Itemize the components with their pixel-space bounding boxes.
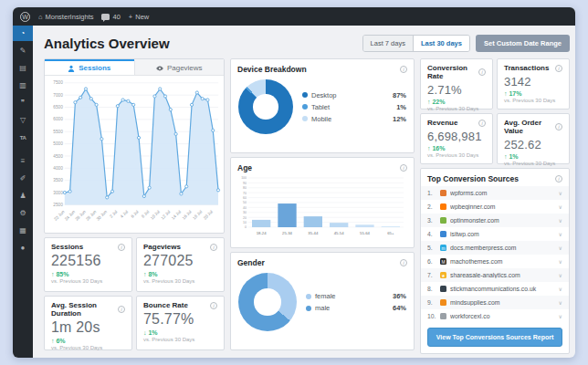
chevron-down-icon[interactable]: ∨ [559,286,562,292]
site-name-menu[interactable]: ⌂ MonsterInsights [38,13,93,21]
svg-text:18 Jul: 18 Jul [192,209,203,220]
metric-change: ↑ 16% [427,145,486,151]
metric-compare-label: vs. Previous 30 Days [427,106,486,111]
tab-pageviews-label: Pageviews [167,64,203,72]
source-row[interactable]: 2.wpbeginner.com∨ [421,200,569,214]
svg-text:3000: 3000 [53,191,63,195]
sidebar-item-comments[interactable]: ❞ [13,95,33,110]
last-7-days-button[interactable]: Last 7 days [363,36,414,51]
info-icon[interactable]: i [118,244,125,251]
svg-text:6 Jul: 6 Jul [130,209,139,218]
source-row[interactable]: 10.workforcexl.co∨ [421,309,569,323]
sessions-line-chart: 2500300035004000450050005500600065007000… [45,76,224,233]
metric-value: 2.71% [427,83,486,97]
site-name-label: MonsterInsights [46,13,94,21]
sidebar-item-dashboard[interactable]: ◔ [13,26,33,41]
chevron-down-icon[interactable]: ∨ [559,231,562,237]
metric-compare-label: vs. Previous 30 Days [143,337,217,342]
sidebar-item-plugins[interactable]: ≡ [13,153,33,169]
info-icon[interactable]: i [210,244,217,251]
source-row[interactable]: 8.stickmancommunications.co.uk∨ [421,282,569,296]
metric-label: Avg. Session Duration [51,301,118,318]
info-icon[interactable]: i [400,164,407,172]
chevron-down-icon[interactable]: ∨ [559,245,562,251]
set-custom-date-range-button[interactable]: Set Custom Date Range [476,35,570,52]
info-icon[interactable]: i [555,175,562,182]
gender-title: Gender [237,258,265,267]
info-icon[interactable]: i [478,120,486,127]
source-row[interactable]: 5.mdocs.memberpress.com∨ [421,241,569,255]
chevron-down-icon[interactable]: ∨ [559,203,562,210]
sidebar-item-media[interactable]: ▤ [13,60,33,76]
sidebar-item-settings[interactable]: ▦ [13,223,33,238]
svg-text:35-44: 35-44 [308,231,319,235]
metric-card-transactions: Transactionsi 3142 ↑ 17% vs. Previous 30… [497,58,570,110]
metric-card-avg-session-duration: Avg. Session Durationi 1m 20s ↑ 6% vs. P… [44,296,132,350]
new-label: New [135,13,149,21]
source-row[interactable]: 9.mindsupplies.com∨ [421,296,569,309]
chevron-down-icon[interactable]: ∨ [559,272,562,278]
sidebar-item-appearance[interactable]: ✐ [13,171,33,186]
view-top-sources-report-button[interactable]: View Top Conversions Sources Report [427,328,562,347]
comments-menu[interactable]: 40 [101,13,120,21]
svg-text:60: 60 [243,196,247,200]
info-icon[interactable]: i [478,68,486,76]
legend-item-tablet: Tablet1% [302,103,406,111]
info-icon[interactable]: i [210,302,217,309]
svg-text:70: 70 [243,192,247,195]
age-bar-chart: 010203040506070809010018-2425-3435-4445-… [231,174,414,245]
source-row[interactable]: 7.★shareasale-analytics.com∨ [421,268,569,282]
tab-sessions[interactable]: Sessions [45,59,134,75]
svg-text:6500: 6500 [53,105,63,110]
info-icon[interactable]: i [400,66,407,73]
chevron-down-icon[interactable]: ∨ [559,313,562,319]
chevron-down-icon[interactable]: ∨ [559,299,562,306]
legend-dot [302,92,308,98]
metric-value: 75.77% [143,311,217,328]
home-icon: ⌂ [38,13,43,21]
sidebar-item-ta-plugin[interactable]: TA [13,130,33,145]
svg-text:10 Jul: 10 Jul [150,209,161,220]
info-icon[interactable]: i [118,306,125,313]
svg-text:10: 10 [243,221,247,224]
source-row[interactable]: 3.optinmonster.com∨ [421,214,569,227]
info-icon[interactable]: i [555,65,562,72]
sidebar-item-collapse[interactable]: ● [13,240,33,256]
favicon [440,299,446,306]
svg-text:25-34: 25-34 [282,231,293,235]
chevron-down-icon[interactable]: ∨ [559,258,562,265]
tab-pageviews[interactable]: Pageviews [134,59,225,75]
metric-label: Pageviews [143,243,181,251]
metric-label: Sessions [51,243,83,251]
admin-sidebar: ◔ ✎ ▤ ▥ ❞ ▽ TA ≡ ✐ ♟ ⚙ ▦ ● [13,26,33,358]
top-sources-title: Top Conversion Sources [427,174,519,183]
sidebar-item-posts[interactable]: ✎ [13,43,33,58]
svg-text:12 Jul: 12 Jul [160,209,171,220]
sidebar-item-users[interactable]: ♟ [13,188,33,203]
last-30-days-button[interactable]: Last 30 days [414,36,469,51]
favicon: m [440,245,446,251]
source-row[interactable]: 6.Mmachothemes.com∨ [421,255,569,268]
svg-text:4500: 4500 [53,154,63,159]
metric-card-sessions: Sessionsi 225156 ↑ 85% vs. Previous 30 D… [44,237,132,292]
svg-text:4000: 4000 [53,166,63,171]
chevron-down-icon[interactable]: ∨ [559,217,562,224]
svg-text:4 Jul: 4 Jul [120,209,129,218]
sidebar-item-feedback[interactable]: ▽ [13,112,33,128]
chevron-down-icon[interactable]: ∨ [559,190,562,196]
new-content-menu[interactable]: + New [129,13,149,21]
wordpress-logo-icon[interactable]: W [20,12,30,22]
sidebar-item-pages[interactable]: ▥ [13,78,33,93]
svg-text:20: 20 [243,216,247,220]
wordpress-admin-window: W ⌂ MonsterInsights 40 + New ◔ ✎ ▤ ▥ ❞ ▽… [13,7,575,358]
metric-compare-label: vs. Previous 30 Days [504,98,562,103]
info-icon[interactable]: i [555,123,562,130]
source-row[interactable]: 4.isitwp.com∨ [421,227,569,241]
favicon [440,190,446,196]
info-icon[interactable]: i [400,259,407,266]
svg-text:2 Jul: 2 Jul [109,209,118,218]
sidebar-item-tools[interactable]: ⚙ [13,205,33,221]
favicon: M [440,258,446,265]
legend-dot [306,294,311,299]
source-row[interactable]: 1.wpforms.com∨ [421,186,569,200]
